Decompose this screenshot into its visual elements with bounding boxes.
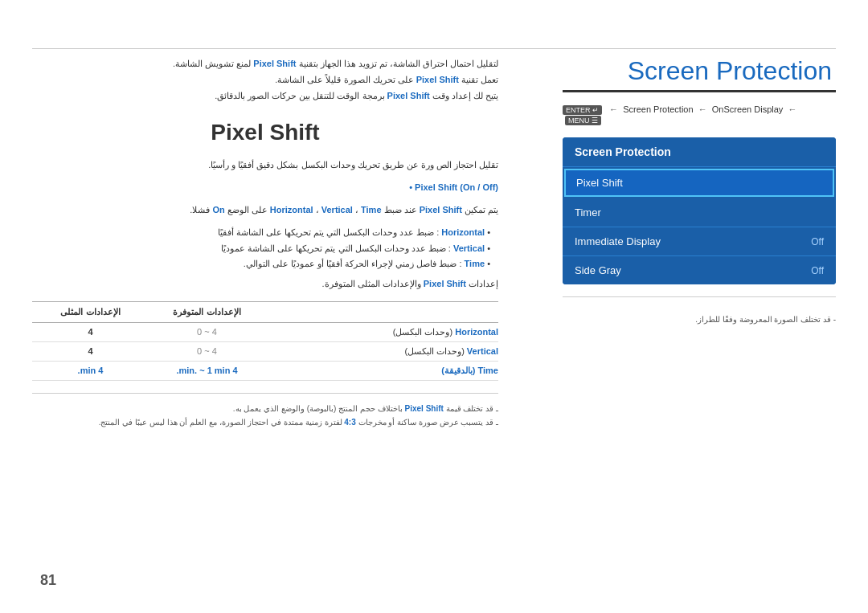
menu-item-side-gray-label: Side Gray xyxy=(575,264,621,276)
menu-item-immediate-display[interactable]: Immediate Display Off xyxy=(563,227,836,256)
breadcrumb: ENTER ↵ ← Screen Protection ← OnScreen D… xyxy=(563,104,836,125)
bullet-horizontal: Horizontal : ضبط عدد وحدات البكسل التي ي… xyxy=(32,225,498,241)
intro-line-2: تعمل تقنية Pixel Shift على تحريك الصورة … xyxy=(275,75,498,84)
intro-line-3: يتيح لك إعداد وقت Pixel Shift برمجة الوق… xyxy=(215,91,498,100)
page-number: 81 xyxy=(40,572,56,589)
enter-icon: ENTER ↵ xyxy=(563,105,602,115)
arrow-2: ← xyxy=(698,104,707,114)
table-row-horizontal: Horizontal (وحدات البكسل) 4 ~ 0 4 xyxy=(32,323,498,342)
divider xyxy=(563,296,836,297)
arrow-3: ← xyxy=(788,104,796,114)
menu-item-side-gray-value: Off xyxy=(811,265,824,276)
note-1: ـ قد تختلف قيمة Pixel Shift باختلاف حجم … xyxy=(32,402,498,415)
pixel-shift-title: Pixel Shift xyxy=(32,120,498,145)
row-time-label: Time (بالدقيقة) xyxy=(265,366,498,376)
breadcrumb-screen-protection: Screen Protection xyxy=(623,104,693,114)
bullet-time: Time : ضبط فاصل زمني لإجراء الحركة أفقيً… xyxy=(32,256,498,272)
menu-item-timer-label: Timer xyxy=(575,206,601,219)
intro-line-1: لتقليل احتمال احتراق الشاشة، تم تزويد هذ… xyxy=(173,59,498,68)
menu-item-immediate-display-label: Immediate Display xyxy=(575,235,661,247)
row-vertical-optimal: 4 xyxy=(32,346,149,357)
arrow-1: ← xyxy=(609,104,618,114)
breadcrumb-onscreen-display: OnScreen Display xyxy=(712,104,784,114)
pixel-shift-table: الإعدادات المتوفرة الإعدادات المثلى Hori… xyxy=(32,301,498,381)
page-title: Screen Protection xyxy=(563,56,836,92)
col-optimal: الإعدادات المثلى xyxy=(32,307,149,317)
menu-item-timer[interactable]: Timer xyxy=(563,198,836,227)
row-vertical-label: Vertical (وحدات البكسل) xyxy=(265,346,498,357)
bullet-vertical: Vertical : ضبط عدد وحدات البكسل التي يتم… xyxy=(32,241,498,257)
desc1: تقليل احتجاز الص ورة عن طريق تحريك وحدات… xyxy=(32,157,498,174)
table-row-time: Time (بالدقيقة) 4 min. ~ 1 min. 4 min. xyxy=(32,362,498,381)
on-off-label: (On / Off) Pixel Shift • xyxy=(32,180,498,196)
side-note: - قد تختلف الصورة المعروضة وفقًا للطراز. xyxy=(563,313,836,326)
row-time-available: 4 min. ~ 1 min. xyxy=(149,366,265,376)
menu-title: Screen Protection xyxy=(563,137,836,167)
row-horizontal-optimal: 4 xyxy=(32,327,149,337)
menu-title-text: Screen Protection xyxy=(575,145,671,158)
menu-box: Screen Protection Pixel Shift Timer Imme… xyxy=(563,137,836,284)
menu-item-pixel-shift-label: Pixel Shift xyxy=(576,177,623,189)
right-panel: Screen Protection ENTER ↵ ← Screen Prote… xyxy=(563,56,836,326)
row-vertical-available: 4 ~ 0 xyxy=(149,346,265,357)
when-enabled: يتم تمكين Pixel Shift عند ضبط Horizontal… xyxy=(32,202,498,219)
menu-icon: MENU ☰ xyxy=(565,116,601,125)
note-2: ـ قد يتسبب عرض صورة ساكنة أو مخرجات 4:3 … xyxy=(32,415,498,429)
row-horizontal-label: Horizontal (وحدات البكسل) xyxy=(265,327,498,337)
col-available: الإعدادات المتوفرة xyxy=(149,307,265,317)
row-horizontal-available: 4 ~ 0 xyxy=(149,327,265,337)
table-header: الإعدادات المتوفرة الإعدادات المثلى xyxy=(32,301,498,323)
left-content: لتقليل احتمال احتراق الشاشة، تم تزويد هذ… xyxy=(32,56,498,429)
notes-section: ـ قد تختلف قيمة Pixel Shift باختلاف حجم … xyxy=(32,393,498,429)
menu-item-pixel-shift[interactable]: Pixel Shift xyxy=(564,169,834,197)
table-row-vertical: Vertical (وحدات البكسل) 4 ~ 0 4 xyxy=(32,342,498,362)
row-time-optimal: 4 min. xyxy=(32,366,149,376)
intro-text: لتقليل احتمال احتراق الشاشة، تم تزويد هذ… xyxy=(32,56,498,104)
col-label xyxy=(265,307,498,317)
menu-item-side-gray[interactable]: Side Gray Off xyxy=(563,256,836,284)
top-border xyxy=(32,48,836,49)
menu-item-immediate-display-value: Off xyxy=(811,236,824,247)
table-intro: إعدادات Pixel Shift والإعدادات المثلى ال… xyxy=(32,279,498,289)
